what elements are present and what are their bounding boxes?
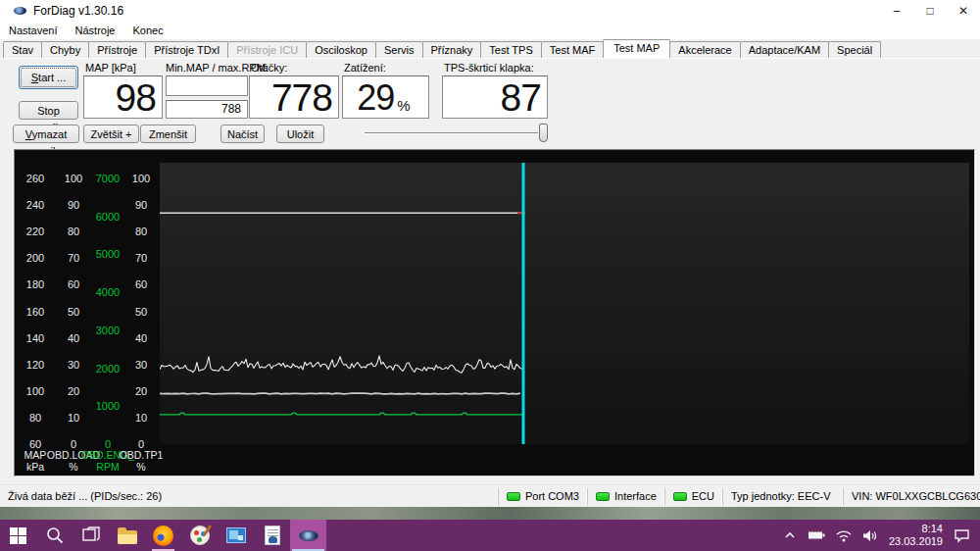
axis-tick-label: 50	[120, 306, 163, 318]
status-bar: Živá data běží ... (PIDs/sec.: 26) Port …	[0, 484, 980, 507]
fordiag-logo-icon	[14, 7, 26, 15]
status-ecu: ECU	[664, 488, 722, 505]
load-value: 29	[357, 79, 394, 117]
menu-nastroje[interactable]: Nástroje	[67, 22, 124, 39]
taskbar-search-button[interactable]	[36, 520, 73, 551]
tab-osciloskop[interactable]: Osciloskop	[306, 41, 376, 58]
task-view-button[interactable]	[73, 520, 109, 551]
zoom-in-button[interactable]: Zvětšit +	[83, 125, 139, 143]
trace-map	[160, 393, 520, 394]
axis-tick-label: 100	[14, 385, 57, 397]
status-interface: Interface	[587, 488, 664, 505]
tool-pane: Start ... Stop oscil. MAP [kPa] 98 Min.M…	[0, 58, 980, 147]
taskbar: 8:14 23.03.2019	[0, 520, 980, 551]
tab-servis[interactable]: Servis	[375, 41, 423, 58]
tray-chevron-icon[interactable]	[783, 529, 797, 541]
map-value: 98	[116, 79, 156, 117]
slider-thumb[interactable]	[539, 124, 548, 142]
tab-adaptace-kam[interactable]: Adaptace/KAM	[740, 41, 829, 58]
tab-test-maf[interactable]: Test MAF	[541, 41, 604, 58]
rpm-value: 778	[271, 79, 332, 117]
tab-p-stroje-icu[interactable]: Přístroje ICU	[227, 41, 307, 58]
axis-tick-label: 10	[52, 412, 95, 424]
save-button[interactable]: Uložit	[276, 125, 324, 143]
map-value-box: 98	[83, 75, 163, 119]
battery-icon[interactable]	[808, 529, 825, 541]
tab-bar: StavChybyPřístrojePřístroje TDxIPřístroj…	[3, 39, 977, 58]
windows-logo-icon	[10, 527, 26, 544]
port-led-icon	[507, 492, 520, 501]
tab-stav[interactable]: Stav	[3, 41, 42, 58]
menu-nastaveni[interactable]: Nastavení	[0, 22, 67, 39]
stop-oscilloscope-button[interactable]: Stop oscil.	[19, 101, 78, 120]
tab-test-tps[interactable]: Test TPS	[480, 41, 541, 58]
plot-area	[160, 163, 969, 444]
file-explorer-icon	[118, 530, 137, 544]
firefox-button[interactable]	[145, 520, 181, 551]
axis-tick-label: 20	[120, 385, 163, 397]
tab-p-znaky[interactable]: Příznaky	[422, 41, 482, 58]
axis-name-label: OBD.TP1	[112, 450, 171, 461]
axis-tick-label: 200	[14, 252, 57, 264]
axis-tick-label: 20	[52, 385, 95, 397]
tab-test-map[interactable]: Test MAP	[603, 39, 670, 58]
axis-tick-label: 90	[52, 199, 95, 211]
task-view-icon	[81, 526, 101, 545]
tps-value: 87	[501, 79, 541, 117]
load-button[interactable]: Načíst	[220, 125, 265, 143]
axis-tick-label: 50	[52, 306, 95, 318]
menu-konec[interactable]: Konec	[124, 22, 172, 39]
fordiag-window: ForDiag v1.30.16 – □ ✕ Nastavení Nástroj…	[0, 0, 980, 507]
zoom-out-button[interactable]: Zmenšit -	[140, 125, 196, 143]
tab-akcelerace[interactable]: Akcelerace	[669, 41, 740, 58]
tab-p-stroje-tdxi[interactable]: Přístroje TDxI	[145, 41, 228, 58]
axis-tick-label: 60	[120, 278, 163, 290]
status-vin: VIN: WF0LXXGCBLCG63093	[843, 488, 980, 505]
menu-bar: Nastavení Nástroje Konec	[0, 22, 980, 39]
start-button[interactable]: Start ...	[19, 66, 78, 89]
axis-tick-label: 260	[14, 173, 57, 184]
tab-p-stroje[interactable]: Přístroje	[88, 41, 146, 58]
fordiag-taskbar-button[interactable]	[290, 520, 326, 551]
system-tray: 8:14 23.03.2019	[783, 520, 980, 551]
oscilloscope-svg	[160, 163, 969, 444]
axis-tick-label: 30	[120, 359, 163, 371]
status-unit-type: Typ jednotky: EEC-V	[722, 488, 843, 505]
rpm-label: Otáčky:	[251, 62, 287, 74]
axis-tick-label: 160	[14, 306, 57, 318]
tab-chyby[interactable]: Chyby	[41, 41, 89, 58]
notes-app-button[interactable]	[254, 520, 290, 551]
maximize-button[interactable]: □	[913, 0, 947, 22]
chart-panel: 2602402202001801601401201008060MAPkPa100…	[14, 149, 975, 476]
fordiag-app-icon	[299, 530, 318, 541]
time-slider[interactable]	[361, 121, 548, 146]
tab-speci-l[interactable]: Speciál	[828, 41, 881, 58]
action-center-icon[interactable]	[954, 528, 970, 543]
screen: ForDiag v1.30.16 – □ ✕ Nastavení Nástroj…	[0, 0, 980, 551]
axis-tick-label: 1000	[86, 400, 129, 412]
tray-clock[interactable]: 8:14 23.03.2019	[889, 523, 943, 548]
start-button[interactable]	[0, 520, 36, 551]
title-bar: ForDiag v1.30.16 – □ ✕	[0, 0, 980, 22]
axis-tick-label: 90	[120, 199, 163, 211]
firefox-icon	[153, 526, 173, 546]
axis-tick-label: 140	[14, 332, 57, 344]
axis-tick-label: 100	[120, 173, 163, 184]
axis-tick-label: 220	[14, 225, 57, 237]
axis-unit-label: %	[112, 462, 171, 473]
axis-tick-label: 80	[52, 225, 95, 237]
file-explorer-button[interactable]	[109, 520, 145, 551]
map-label: MAP [kPa]	[85, 62, 136, 74]
tps-value-box: 87	[442, 75, 548, 119]
volume-icon[interactable]	[862, 529, 878, 542]
minimize-button[interactable]: –	[880, 0, 913, 22]
paint-app-button[interactable]	[181, 520, 218, 551]
clear-oscilloscope-button[interactable]: Vymazat oscil.	[13, 125, 79, 143]
search-icon	[45, 526, 65, 545]
close-button[interactable]: ✕	[947, 0, 980, 22]
tps-label: TPS-škrticí klapka:	[444, 62, 534, 74]
photos-app-button[interactable]	[218, 520, 254, 551]
trace-obd-load	[160, 356, 522, 373]
wifi-icon[interactable]	[836, 529, 852, 542]
status-message: Živá data běží ... (PIDs/sec.: 26)	[0, 490, 162, 502]
